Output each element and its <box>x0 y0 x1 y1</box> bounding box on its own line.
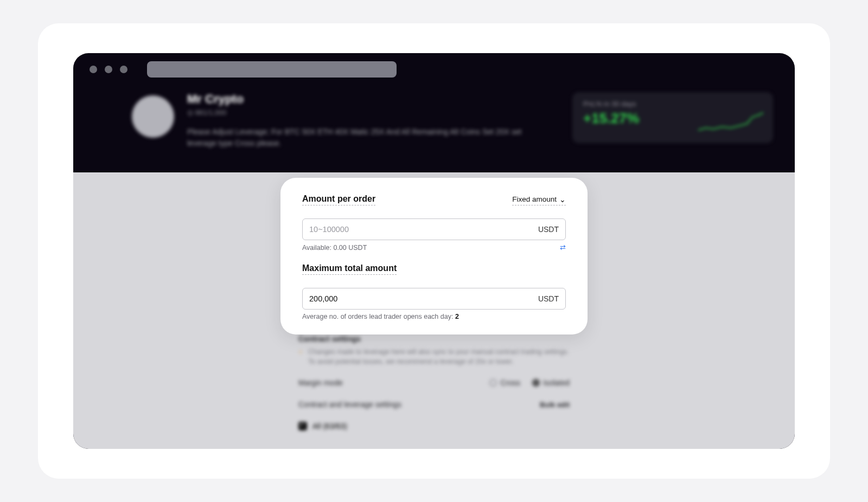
margin-mode-label: Margin mode <box>298 378 343 387</box>
avatar <box>132 95 174 138</box>
cross-label: Cross <box>500 378 520 387</box>
amount-per-order-title: Amount per order <box>302 194 375 205</box>
max-total-input[interactable] <box>309 294 538 303</box>
sparkline-icon <box>698 112 763 136</box>
amount-mode-select[interactable]: Fixed amount⌄ <box>512 195 566 205</box>
select-all-row[interactable]: All (63/63) <box>298 422 570 430</box>
avg-orders-text: Average no. of orders lead trader opens … <box>302 313 455 320</box>
content-area: Advanced ▴ Contract settings Changes mad… <box>73 172 795 449</box>
select-all-label: All (63/63) <box>312 422 347 430</box>
amount-mode-label: Fixed amount <box>512 195 557 203</box>
pnl-label: PnL% in 30 days <box>583 100 762 108</box>
trader-name: Mr Crypto <box>187 92 559 106</box>
max-total-input-wrap[interactable]: USDT <box>302 288 566 310</box>
leverage-warning: Changes made to leverage here will also … <box>298 347 570 366</box>
pnl-card: PnL% in 30 days +15.27% <box>572 92 773 143</box>
trader-subscribers: ◎ 881/1,000 <box>187 108 559 117</box>
available-balance: Available: 0.00 USDT <box>302 244 367 252</box>
avg-orders-value: 2 <box>455 313 459 320</box>
contract-leverage-label: Contract and leverage settings <box>298 400 401 409</box>
trader-description: Please Adjust Leverage; For BTC 50X ETH … <box>187 126 524 149</box>
checkbox-icon <box>298 422 307 430</box>
amount-modal: Amount per order Fixed amount⌄ USDT Avai… <box>280 178 588 334</box>
window-dot <box>105 66 112 73</box>
amount-per-order-input[interactable] <box>309 225 538 234</box>
chevron-down-icon: ⌄ <box>559 195 566 204</box>
max-unit: USDT <box>538 294 559 303</box>
margin-mode-cross[interactable]: Cross <box>489 378 520 387</box>
trader-header: Mr Crypto ◎ 881/1,000 Please Adjust Leve… <box>73 86 795 172</box>
bulk-edit-button[interactable]: Bulk edit <box>540 401 570 409</box>
contract-settings-heading: Contract settings <box>298 334 570 343</box>
avg-orders-helper: Average no. of orders lead trader opens … <box>302 313 566 320</box>
amount-unit: USDT <box>538 225 559 234</box>
window-dot <box>90 66 97 73</box>
isolated-label: Isolated <box>543 378 570 387</box>
amount-per-order-input-wrap[interactable]: USDT <box>302 218 566 240</box>
subscriber-count: 881/1,000 <box>195 108 227 117</box>
titlebar <box>73 53 795 86</box>
window-dot <box>120 66 127 73</box>
margin-mode-isolated[interactable]: Isolated <box>532 378 570 387</box>
url-bar[interactable] <box>147 61 397 78</box>
browser-window: Mr Crypto ◎ 881/1,000 Please Adjust Leve… <box>73 53 795 449</box>
max-total-title: Maximum total amount <box>302 263 397 275</box>
swap-icon[interactable]: ⇄ <box>560 243 566 252</box>
